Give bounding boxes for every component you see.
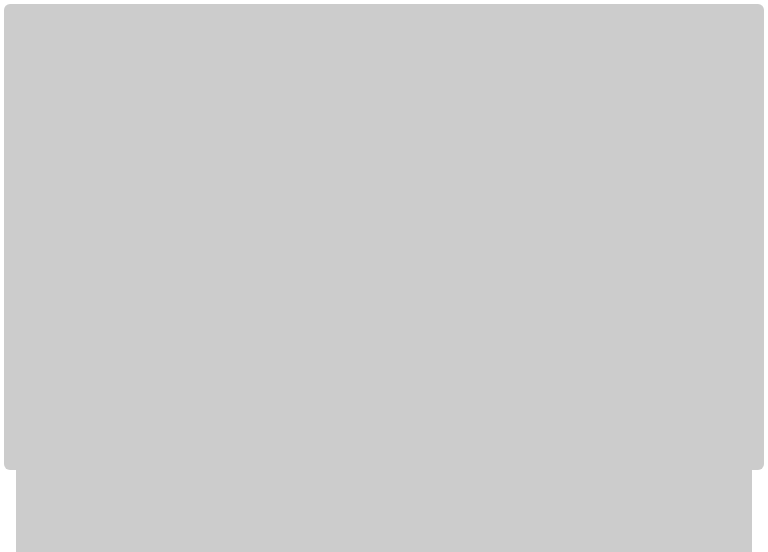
placeholder-block-top: [4, 4, 764, 470]
placeholder-block-bottom: [16, 470, 752, 552]
